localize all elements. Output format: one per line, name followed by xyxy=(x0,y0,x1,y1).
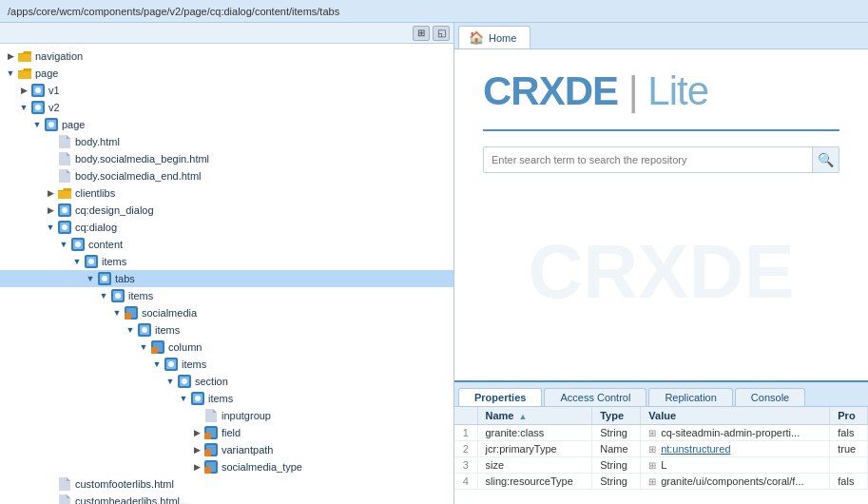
table-row[interactable]: 3sizeString⊞ L xyxy=(454,457,868,474)
search-button[interactable]: 🔍 xyxy=(812,146,839,173)
bottom-panel: PropertiesAccess ControlReplicationConso… xyxy=(454,380,868,504)
tree-node-items5[interactable]: ▼items xyxy=(0,390,453,407)
col-pro[interactable]: Pro xyxy=(830,407,868,425)
row-name[interactable]: size xyxy=(477,457,592,474)
row-value[interactable]: ⊞ nt:unstructured xyxy=(641,441,830,457)
tree-node-socialmedia[interactable]: ▼socialmedia xyxy=(0,304,453,321)
tree-node-body.html[interactable]: body.html xyxy=(0,133,453,150)
tree-node-items4[interactable]: ▼items xyxy=(0,356,453,373)
svg-rect-50 xyxy=(204,450,211,456)
tree-node-items[interactable]: ▼items xyxy=(0,253,453,270)
expand-icon[interactable]: ⊞ xyxy=(648,460,659,471)
tree-toggle[interactable]: ▼ xyxy=(164,377,177,386)
tree-toggle[interactable]: ▼ xyxy=(57,240,70,249)
svg-point-14 xyxy=(62,224,68,230)
tree-toggle[interactable]: ▼ xyxy=(137,342,150,352)
tree-node-v2[interactable]: ▼v2 xyxy=(0,99,453,116)
row-name[interactable]: jcr:primaryType xyxy=(477,441,592,457)
tree-toggle[interactable]: ▶ xyxy=(17,86,30,95)
tree-toggle[interactable]: ▶ xyxy=(44,205,57,215)
tree-node-body.socialmedia_end.html[interactable]: body.socialmedia_end.html xyxy=(0,167,453,184)
tree-label: cq:dialog xyxy=(75,222,117,233)
tree-label: items xyxy=(182,359,206,370)
tree-toggle[interactable]: ▶ xyxy=(44,188,57,198)
table-row[interactable]: 1granite:classString⊞ cq-siteadmin-admin… xyxy=(454,425,868,441)
svg-point-2 xyxy=(35,87,41,93)
col-type[interactable]: Type xyxy=(592,407,641,425)
tree-toggle[interactable]: ▼ xyxy=(110,308,124,318)
home-tab[interactable]: 🏠 Home xyxy=(458,26,530,48)
tree-node-cq:dialog[interactable]: ▼cq:dialog xyxy=(0,219,453,236)
tree-toggle[interactable]: ▼ xyxy=(70,257,84,266)
tree-toggle[interactable]: ▼ xyxy=(124,325,137,335)
tree-icon-mix xyxy=(203,425,219,440)
tree-node-field[interactable]: ▶field xyxy=(0,424,453,441)
search-input[interactable] xyxy=(484,154,812,165)
expand-icon[interactable]: ⊞ xyxy=(648,428,659,438)
tree-icon-component xyxy=(137,322,152,338)
svg-point-44 xyxy=(195,396,201,401)
tree-node-section[interactable]: ▼section xyxy=(0,373,453,390)
tree-node-tabs[interactable]: ▼tabs xyxy=(0,270,453,287)
row-type: String xyxy=(592,425,641,441)
svg-point-38 xyxy=(168,361,174,367)
tab-properties[interactable]: Properties xyxy=(458,388,542,406)
tree-toggle[interactable]: ▼ xyxy=(44,223,57,232)
tree-toggle[interactable]: ▼ xyxy=(177,394,190,403)
expand-icon[interactable]: ⊞ xyxy=(648,444,659,455)
tree-node-clientlibs[interactable]: ▶clientlibs xyxy=(0,184,453,202)
tree-label: body.html xyxy=(75,136,120,147)
tree-toggle[interactable]: ▶ xyxy=(190,445,203,455)
col-name[interactable]: Name ▲ xyxy=(477,407,592,425)
table-row[interactable]: 2jcr:primaryTypeName⊞ nt:unstructuredtru… xyxy=(454,441,868,457)
tree-area: ▶navigation▼page▶v1▼v2▼pagebody.htmlbody… xyxy=(0,44,453,504)
tree-node-v1[interactable]: ▶v1 xyxy=(0,82,453,99)
collapse-all-button[interactable]: ◱ xyxy=(433,26,450,41)
tree-toggle[interactable]: ▼ xyxy=(84,274,97,283)
tree-label: inputgroup xyxy=(222,410,271,421)
tree-node-navigation[interactable]: ▶navigation xyxy=(0,48,453,65)
tree-toggle[interactable]: ▼ xyxy=(4,68,17,78)
tree-toggle[interactable]: ▶ xyxy=(4,51,17,61)
svg-point-8 xyxy=(48,122,54,127)
tree-node-socialmedia_type[interactable]: ▶socialmedia_type xyxy=(0,458,453,475)
tab-access-control[interactable]: Access Control xyxy=(544,388,646,406)
tree-node-body.socialmedia_begin.html[interactable]: body.socialmedia_begin.html xyxy=(0,150,453,167)
tree-node-content[interactable]: ▼content xyxy=(0,236,453,253)
tree-icon-component xyxy=(84,254,99,269)
expand-icon[interactable]: ⊞ xyxy=(648,476,659,487)
tree-node-customheaderlibs.html[interactable]: customheaderlibs.html... xyxy=(0,493,453,504)
tree-node-customfooterlibs.html[interactable]: customfooterlibs.html xyxy=(0,475,453,493)
tree-label: items xyxy=(128,290,153,301)
tree-node-column[interactable]: ▼column xyxy=(0,339,453,356)
tree-label: field xyxy=(222,427,241,438)
expand-all-button[interactable]: ⊞ xyxy=(413,26,430,41)
tree-toggle[interactable]: ▼ xyxy=(150,359,164,369)
tab-console[interactable]: Console xyxy=(735,388,805,406)
right-panel: 🏠 Home CRXDE | Lite 🔍 CRXDE xyxy=(454,23,868,504)
tree-node-page2[interactable]: ▼page xyxy=(0,116,453,133)
tree-toggle[interactable]: ▼ xyxy=(97,291,110,300)
tree-node-page[interactable]: ▼page xyxy=(0,65,453,82)
row-name[interactable]: granite:class xyxy=(477,425,592,441)
tree-node-inputgroup[interactable]: inputgroup xyxy=(0,407,453,424)
value-text: granite/ui/components/coral/f... xyxy=(661,475,803,487)
table-row[interactable]: 4sling:resourceTypeString⊞ granite/ui/co… xyxy=(454,474,868,490)
tab-replication[interactable]: Replication xyxy=(648,388,732,406)
tree-node-variantpath[interactable]: ▶variantpath xyxy=(0,441,453,458)
tree-toggle[interactable]: ▶ xyxy=(190,428,203,437)
tree-toggle[interactable]: ▼ xyxy=(30,120,44,129)
search-bar: 🔍 xyxy=(483,146,839,173)
row-name[interactable]: sling:resourceType xyxy=(477,474,592,490)
col-value[interactable]: Value xyxy=(641,407,830,425)
crxde-divider xyxy=(483,129,839,131)
tree-node-cq:design_dialog[interactable]: ▶cq:design_dialog xyxy=(0,202,453,219)
left-panel: ⊞ ◱ ▶navigation▼page▶v1▼v2▼pagebody.html… xyxy=(0,23,454,504)
tree-toggle[interactable]: ▼ xyxy=(17,103,30,112)
tree-node-items2[interactable]: ▼items xyxy=(0,287,453,304)
row-number: 4 xyxy=(454,474,477,490)
tree-node-items3[interactable]: ▼items xyxy=(0,321,453,339)
tree-toggle[interactable]: ▶ xyxy=(190,462,203,472)
tree-label: page xyxy=(35,68,58,79)
tree-icon-component xyxy=(190,391,205,406)
